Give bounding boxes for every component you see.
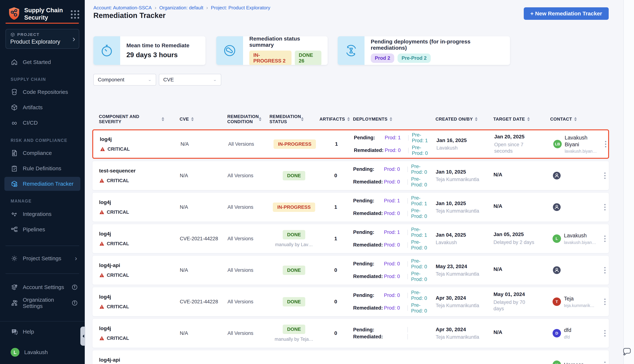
col-component-severity[interactable]: COMPONENT AND SEVERITY [99, 114, 180, 124]
table-row[interactable]: log4j CRITICAL N/A All Versions IN-PROGR… [92, 192, 609, 222]
remediated-label: Remediated: [353, 210, 384, 216]
severity-badge: CRITICAL [99, 209, 180, 215]
row-menu-button[interactable] [600, 330, 610, 336]
created-date: Jan 10, 2025 [436, 200, 493, 206]
sort-icon[interactable] [191, 117, 194, 121]
contact-avatar: T [552, 298, 561, 306]
col-remediation-status[interactable]: REMEDIATION STATUS [269, 114, 318, 124]
table-row[interactable]: log4j-api [92, 350, 609, 364]
table-row[interactable]: log4j CRITICAL CVE-2021-44228 All Versio… [92, 224, 609, 253]
cve-value: N/A [180, 204, 227, 210]
sort-icon[interactable] [390, 117, 392, 121]
card-mean-time-to-remediate: Mean time to Remediate 29 days 3 hours [93, 36, 205, 65]
table-row[interactable]: log4j-api CRITICAL N/A All Versions DONE… [92, 256, 609, 285]
col-contact[interactable]: CONTACT [550, 116, 600, 122]
row-menu-button[interactable] [600, 298, 610, 305]
cve-filter-select[interactable]: CVE⌄ [159, 74, 221, 86]
divider [407, 166, 408, 172]
row-menu-button[interactable] [600, 362, 610, 364]
divider [407, 198, 408, 204]
col-created-on-by[interactable]: CREATED ON/BY [436, 116, 493, 122]
sidebar-item-project-settings[interactable]: Project Settings › [5, 252, 80, 266]
row-menu-button[interactable] [601, 141, 611, 147]
pending-prod-value: Prod: 0 [384, 261, 404, 267]
sidebar-item-account-settings[interactable]: Account Settings [5, 280, 80, 294]
col-deployments[interactable]: DEPLOYMENTS [353, 116, 436, 122]
sort-icon[interactable] [574, 117, 577, 121]
created-date: Apr 30, 2024 [436, 295, 493, 301]
remediated-prod-value: Prod: 0 [385, 148, 405, 153]
table-row[interactable]: log4j CRITICAL CVE-2021-44228 All Versio… [92, 287, 609, 316]
col-target-date[interactable]: TARGET DATE [493, 116, 550, 122]
prod-count-badge: Prod 2 [371, 54, 394, 63]
col-remediation-condition[interactable]: REMEDIATION CONDITION [227, 114, 269, 124]
main-content: Account: Automation-SSCA › Organization:… [85, 0, 634, 364]
cve-value: N/A [180, 330, 227, 336]
severity-label: CRITICAL [108, 146, 130, 152]
right-gutter [623, 0, 634, 364]
sidebar-item-rule-definitions[interactable]: Rule Definitions [5, 162, 80, 176]
sort-icon[interactable] [301, 117, 303, 121]
severity-badge: CRITICAL [99, 304, 180, 310]
remediation-tracker-icon [11, 180, 18, 188]
row-menu-button[interactable] [600, 172, 610, 179]
pipelines-icon [11, 226, 18, 233]
target-date: May 01, 2024 [493, 292, 550, 297]
sidebar-item-artifacts[interactable]: Artifacts [5, 100, 80, 114]
sidebar-item-cicd[interactable]: ∞ CI/CD [5, 116, 80, 130]
breadcrumb-account[interactable]: Account: Automation-SSCA [93, 5, 152, 11]
pending-preprod-value: Pre-Prod: 0 [411, 164, 431, 175]
component-filter-select[interactable]: Component⌄ [93, 74, 156, 86]
sidebar-section-risk-compliance: RISK AND COMPLIANCE [11, 138, 67, 143]
help-chat-icon: ? [11, 328, 18, 336]
created-by: Teja Kummarikuntla [436, 208, 493, 214]
sidebar-item-integrations[interactable]: Integrations [5, 207, 80, 221]
critical-warning-icon [99, 304, 105, 310]
remediation-condition-value: All Versions [227, 204, 270, 210]
severity-label: CRITICAL [107, 336, 129, 341]
sidebar-item-remediation-tracker[interactable]: Remediation Tracker [5, 177, 80, 191]
severity-badge: CRITICAL [99, 241, 180, 246]
sort-icon[interactable] [259, 117, 261, 121]
card-value: 29 days 3 hours [126, 51, 189, 59]
sidebar-item-code-repositories[interactable]: Code Repositories [5, 85, 80, 99]
sidebar-user-menu[interactable]: L Lavakush [5, 345, 80, 359]
sort-icon[interactable] [527, 117, 530, 121]
table-row[interactable]: log4j CRITICAL N/A All Versions DONE man… [92, 318, 609, 348]
new-remediation-tracker-button[interactable]: + New Remediation Tracker [524, 7, 609, 20]
sidebar-item-help[interactable]: ? Help [5, 325, 80, 339]
severity-badge: CRITICAL [99, 272, 180, 278]
breadcrumb-project[interactable]: Project: Product Exploratory [211, 5, 270, 11]
app-switcher-grid-icon[interactable] [71, 10, 79, 19]
row-menu-button[interactable] [600, 204, 610, 210]
sidebar-item-get-started[interactable]: Get Started [5, 55, 80, 69]
divider [407, 211, 408, 216]
contact-avatar: D [552, 329, 561, 338]
row-menu-button[interactable] [600, 236, 610, 242]
table-row[interactable]: log4j CRITICAL N/A All Versions IN-PROGR… [92, 130, 609, 159]
row-menu-button[interactable] [600, 267, 610, 274]
breadcrumb-organization[interactable]: Organization: default [159, 5, 203, 11]
done-count-badge: DONE 26 [295, 50, 322, 65]
sort-icon[interactable] [162, 117, 164, 121]
sidebar-item-organization-settings[interactable]: Organization Settings [5, 296, 80, 310]
col-cve[interactable]: CVE [180, 116, 227, 122]
sort-icon[interactable] [347, 117, 350, 121]
component-name: log4j [99, 294, 180, 300]
sidebar-item-compliance[interactable]: Compliance [5, 146, 80, 160]
target-note: Open since 7 seconds [494, 142, 536, 154]
pending-preprod-value: Pre-Prod: 1 [412, 132, 432, 144]
sidebar-collapse-handle[interactable] [80, 326, 85, 346]
sidebar-item-pipelines[interactable]: Pipelines [5, 222, 80, 236]
col-artifacts[interactable]: ARTIFACTS [318, 116, 353, 122]
status-badge: DONE [283, 171, 305, 180]
divider [407, 179, 408, 185]
remediation-condition-value: All Versions [227, 236, 270, 242]
created-by: Lavakush [436, 145, 494, 151]
project-selector[interactable]: PROJECT Product Exploratory › [6, 29, 79, 49]
sort-icon[interactable] [475, 117, 478, 121]
support-chat-fab-icon[interactable] [622, 346, 632, 357]
component-name: log4j [99, 326, 180, 332]
table-row[interactable]: test-sequencer CRITICAL N/A All Versions… [92, 161, 609, 190]
created-date: Apr 30, 2024 [436, 326, 493, 332]
